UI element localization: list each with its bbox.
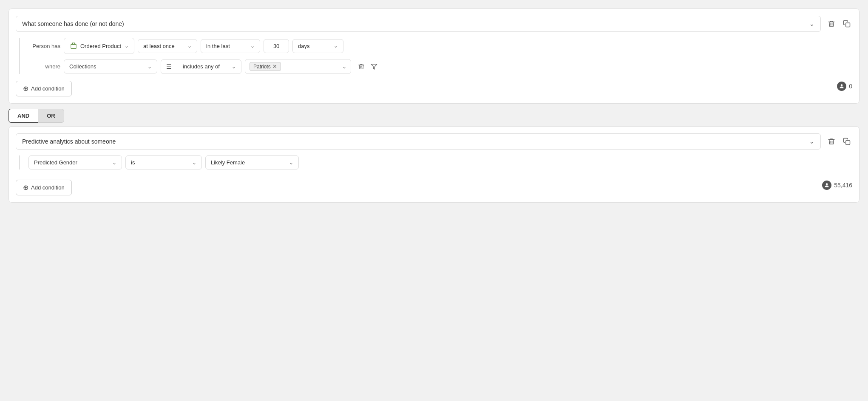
likely-female-dropdown[interactable]: Likely Female ⌄	[205, 155, 299, 169]
block1-actions	[826, 18, 852, 29]
likely-female-label: Likely Female	[211, 159, 245, 166]
block1-title-row: What someone has done (or not done) ⌄	[16, 16, 821, 32]
block1-count-icon	[837, 82, 846, 91]
block1-add-condition-label: Add condition	[31, 85, 65, 92]
person-has-row: Person has Ordered Product ⌄ at least on…	[28, 38, 852, 54]
ordered-product-chevron: ⌄	[125, 43, 129, 49]
block2-count-icon	[822, 181, 831, 190]
predicted-gender-row: Predicted Gender ⌄ is ⌄ Likely Female ⌄	[28, 155, 852, 169]
block2-title-dropdown[interactable]: Predictive analytics about someone ⌄	[16, 133, 821, 150]
or-label: OR	[47, 113, 55, 119]
person-has-label: Person has	[28, 43, 60, 49]
svg-point-2	[841, 84, 843, 86]
and-or-row: AND OR	[9, 109, 859, 123]
at-least-once-dropdown[interactable]: at least once ⌄	[138, 39, 197, 53]
where-filter-button[interactable]	[369, 62, 379, 72]
block1-conditions: Person has Ordered Product ⌄ at least on…	[19, 38, 852, 74]
block1-container: What someone has done (or not done) ⌄ Pe…	[9, 8, 859, 104]
in-the-last-chevron: ⌄	[250, 43, 255, 49]
ordered-product-label: Ordered Product	[80, 43, 121, 49]
block1-title-chevron: ⌄	[809, 20, 814, 27]
in-the-last-dropdown[interactable]: in the last ⌄	[201, 39, 260, 53]
includes-any-chevron: ⌄	[232, 64, 236, 70]
is-dropdown[interactable]: is ⌄	[125, 155, 202, 169]
svg-marker-1	[371, 64, 377, 69]
block2-title-row: Predictive analytics about someone ⌄	[16, 133, 821, 150]
likely-female-chevron: ⌄	[289, 160, 293, 166]
is-chevron: ⌄	[192, 160, 196, 166]
block2-add-condition-plus-icon: ⊕	[23, 184, 28, 192]
includes-any-label: includes any of	[183, 63, 220, 70]
block1-header: What someone has done (or not done) ⌄	[16, 16, 852, 32]
where-delete-button[interactable]	[356, 62, 366, 72]
block2-header: Predictive analytics about someone ⌄	[16, 133, 852, 150]
days-dropdown[interactable]: days ⌄	[292, 39, 343, 53]
block2-add-condition-button[interactable]: ⊕ Add condition	[16, 180, 72, 195]
predicted-gender-label: Predicted Gender	[34, 159, 77, 166]
patriots-tag-label: Patriots	[253, 64, 271, 70]
collections-chevron: ⌄	[148, 64, 152, 70]
block1-delete-button[interactable]	[826, 18, 837, 29]
collections-label: Collections	[69, 63, 96, 70]
predicted-gender-chevron: ⌄	[112, 160, 116, 166]
and-button[interactable]: AND	[9, 109, 38, 123]
tag-area-chevron: ⌄	[342, 64, 346, 70]
svg-rect-3	[846, 141, 850, 145]
includes-any-dropdown[interactable]: ☰ includes any of ⌄	[161, 59, 241, 74]
block2-container: Predictive analytics about someone ⌄ Pre…	[9, 126, 859, 203]
block1-count-area: 0	[837, 82, 852, 91]
collections-dropdown[interactable]: Collections ⌄	[64, 59, 157, 73]
block1-count-value: 0	[849, 83, 852, 90]
block1-title-text: What someone has done (or not done)	[22, 20, 124, 27]
block1-add-condition-button[interactable]: ⊕ Add condition	[16, 81, 72, 96]
and-label: AND	[17, 113, 29, 119]
days-chevron: ⌄	[334, 43, 338, 49]
block2-actions	[826, 136, 852, 147]
patriots-tag: Patriots ✕	[250, 62, 281, 71]
in-the-last-label: in the last	[206, 43, 230, 49]
block2-footer: ⊕ Add condition 55,416	[16, 175, 852, 195]
shopify-bag-icon	[69, 42, 78, 50]
block1-footer: ⊕ Add condition 0	[16, 76, 852, 96]
where-row: where Collections ⌄ ☰ includes any of ⌄ …	[28, 59, 852, 74]
where-label: where	[28, 63, 60, 70]
svg-point-4	[826, 183, 828, 185]
block1-copy-button[interactable]	[841, 18, 852, 29]
block2-delete-button[interactable]	[826, 136, 837, 147]
patriots-tag-remove[interactable]: ✕	[272, 63, 277, 70]
block2-add-condition-label: Add condition	[31, 184, 65, 191]
block2-count-area: 55,416	[822, 181, 852, 190]
svg-rect-0	[846, 23, 850, 27]
is-label: is	[131, 159, 135, 166]
days-number-input[interactable]	[264, 39, 289, 53]
block2-conditions: Predicted Gender ⌄ is ⌄ Likely Female ⌄	[19, 155, 852, 169]
or-button[interactable]: OR	[38, 109, 64, 123]
where-row-actions	[356, 62, 379, 72]
predicted-gender-dropdown[interactable]: Predicted Gender ⌄	[28, 155, 122, 169]
tag-input-area[interactable]: Patriots ✕ ⌄	[245, 59, 351, 74]
at-least-once-label: at least once	[143, 43, 175, 49]
block2-count-value: 55,416	[834, 182, 852, 189]
block1-title-dropdown[interactable]: What someone has done (or not done) ⌄	[16, 16, 821, 32]
days-label: days	[298, 43, 309, 49]
block2-title-chevron: ⌄	[809, 138, 814, 145]
at-least-once-chevron: ⌄	[187, 43, 192, 49]
block2-copy-button[interactable]	[841, 136, 852, 147]
ordered-product-dropdown[interactable]: Ordered Product ⌄	[64, 38, 134, 54]
add-condition-plus-icon: ⊕	[23, 85, 28, 93]
includes-any-list-icon: ☰	[166, 63, 172, 70]
block2-title-text: Predictive analytics about someone	[22, 138, 116, 145]
